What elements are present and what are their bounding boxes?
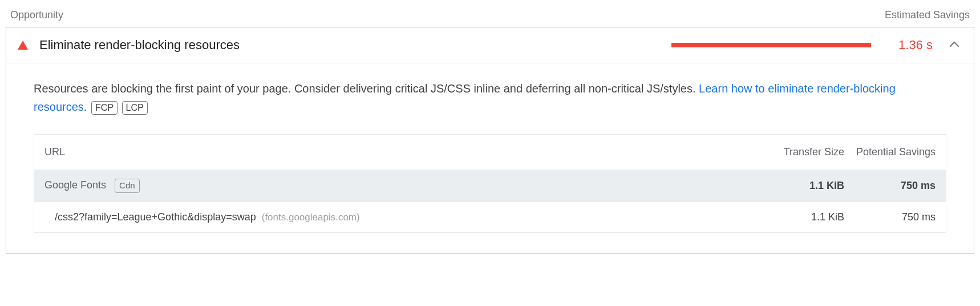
table-row: /css2?family=League+Gothic&display=swap … — [34, 202, 946, 232]
audit-details: Resources are blocking the first paint o… — [6, 63, 974, 253]
description-text: Resources are blocking the first paint o… — [34, 82, 699, 95]
cdn-chip: Cdn — [115, 179, 140, 193]
savings-bar-track — [671, 43, 871, 47]
table-group-row[interactable]: Google Fonts Cdn 1.1 KiB 750 ms — [34, 170, 946, 202]
audit-summary-row[interactable]: Eliminate render-blocking resources 1.36… — [6, 27, 974, 63]
opportunity-header-label: Opportunity — [10, 9, 63, 21]
audit-item: Eliminate render-blocking resources 1.36… — [6, 27, 974, 254]
chevron-up-icon — [950, 42, 960, 49]
audit-description: Resources are blocking the first paint o… — [34, 79, 946, 116]
resource-potential-savings: 750 ms — [844, 211, 936, 223]
group-potential-savings: 750 ms — [844, 180, 936, 192]
resource-table: URL Transfer Size Potential Savings Goog… — [34, 134, 946, 233]
audit-title: Eliminate render-blocking resources — [39, 38, 240, 53]
group-url-cell: Google Fonts Cdn — [44, 179, 742, 193]
description-trailing: . — [84, 100, 87, 113]
savings-bar-fill — [671, 43, 871, 47]
table-header-row: URL Transfer Size Potential Savings — [34, 135, 946, 170]
metric-tag-fcp: FCP — [91, 101, 118, 115]
resource-path: /css2?family=League+Gothic&display=swap — [55, 211, 256, 223]
fail-triangle-icon — [18, 41, 28, 50]
group-transfer-size: 1.1 KiB — [742, 180, 844, 192]
estimated-savings-header-label: Estimated Savings — [885, 9, 970, 21]
audit-list-header: Opportunity Estimated Savings — [6, 6, 974, 27]
resource-origin: (fonts.googleapis.com) — [262, 212, 360, 223]
metric-tag-lcp: LCP — [122, 101, 148, 115]
col-header-potential-savings: Potential Savings — [844, 145, 936, 159]
group-label: Google Fonts — [44, 179, 106, 191]
col-header-transfer-size: Transfer Size — [742, 146, 844, 158]
resource-transfer-size: 1.1 KiB — [742, 211, 844, 223]
savings-value: 1.36 s — [898, 38, 933, 53]
resource-url-cell: /css2?family=League+Gothic&display=swap … — [55, 211, 742, 223]
col-header-url: URL — [44, 146, 742, 158]
